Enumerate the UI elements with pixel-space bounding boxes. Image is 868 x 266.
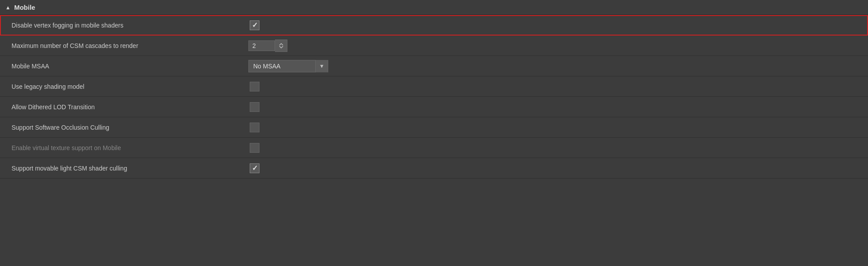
label-support-software-occlusion: Support Software Occlusion Culling [0, 119, 243, 135]
settings-row-allow-dithered-lod[interactable]: Allow Dithered LOD Transition [0, 97, 868, 117]
settings-row-max-csm-cascades[interactable]: Maximum number of CSM cascades to render… [0, 36, 868, 56]
settings-row-mobile-msaa[interactable]: Mobile MSAANo MSAA▼ [0, 56, 868, 76]
section-header[interactable]: ▲ Mobile [0, 0, 868, 15]
checkbox-support-software-occlusion[interactable] [250, 123, 259, 132]
settings-row-support-software-occlusion[interactable]: Support Software Occlusion Culling [0, 117, 868, 138]
checkbox-wrapper-disable-vertex-fogging [248, 19, 261, 32]
settings-row-disable-vertex-fogging[interactable]: Disable vertex fogging in mobile shaders [0, 15, 868, 36]
control-max-csm-cascades[interactable]: 2 [243, 36, 868, 56]
checkbox-wrapper-allow-dithered-lod [248, 101, 261, 113]
section-collapse-arrow[interactable]: ▲ [5, 4, 11, 11]
control-mobile-msaa[interactable]: No MSAA▼ [243, 56, 868, 76]
control-support-software-occlusion[interactable] [243, 118, 868, 137]
label-disable-vertex-fogging: Disable vertex fogging in mobile shaders [0, 17, 243, 33]
control-disable-vertex-fogging[interactable] [243, 16, 868, 35]
dropdown-value-mobile-msaa: No MSAA [249, 63, 315, 70]
settings-row-use-legacy-shading[interactable]: Use legacy shading model [0, 76, 868, 97]
section-title: Mobile [14, 4, 35, 11]
settings-rows: Disable vertex fogging in mobile shaders… [0, 15, 868, 179]
settings-row-support-movable-light[interactable]: Support movable light CSM shader culling [0, 158, 868, 179]
spinbox-max-csm-cascades[interactable]: 2 [248, 40, 287, 52]
dropdown-mobile-msaa[interactable]: No MSAA▼ [248, 60, 328, 72]
checkbox-disable-vertex-fogging[interactable] [250, 20, 259, 30]
control-allow-dithered-lod[interactable] [243, 97, 868, 117]
label-allow-dithered-lod: Allow Dithered LOD Transition [0, 99, 243, 115]
checkbox-wrapper-support-movable-light [248, 162, 261, 175]
label-max-csm-cascades: Maximum number of CSM cascades to render [0, 38, 243, 54]
label-enable-virtual-texture: Enable virtual texture support on Mobile [0, 140, 243, 156]
spinbox-icon [278, 43, 284, 49]
control-use-legacy-shading[interactable] [243, 77, 868, 96]
control-support-movable-light[interactable] [243, 159, 868, 178]
settings-panel: ▲ Mobile Disable vertex fogging in mobil… [0, 0, 868, 266]
label-support-movable-light: Support movable light CSM shader culling [0, 160, 243, 176]
checkbox-support-movable-light[interactable] [250, 163, 259, 173]
checkbox-wrapper-use-legacy-shading [248, 80, 261, 93]
spinbox-btn-max-csm-cascades[interactable] [275, 40, 287, 52]
settings-row-enable-virtual-texture[interactable]: Enable virtual texture support on Mobile [0, 138, 868, 158]
checkbox-wrapper-support-software-occlusion [248, 121, 261, 134]
checkbox-wrapper-enable-virtual-texture [248, 142, 261, 154]
checkbox-use-legacy-shading[interactable] [250, 82, 259, 91]
checkbox-allow-dithered-lod[interactable] [250, 102, 259, 112]
control-enable-virtual-texture[interactable] [243, 138, 868, 158]
spinbox-value-max-csm-cascades[interactable]: 2 [248, 40, 275, 51]
label-mobile-msaa: Mobile MSAA [0, 58, 243, 74]
dropdown-arrow-icon-mobile-msaa[interactable]: ▼ [315, 60, 328, 72]
label-use-legacy-shading: Use legacy shading model [0, 79, 243, 95]
checkbox-enable-virtual-texture[interactable] [250, 143, 259, 153]
